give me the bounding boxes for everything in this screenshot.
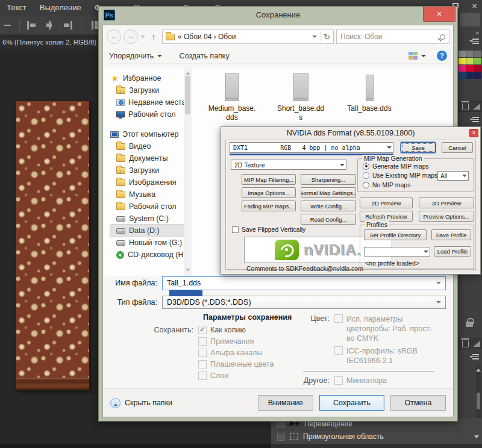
panel-menu-icon[interactable]	[469, 117, 479, 122]
profile-select[interactable]	[364, 247, 430, 257]
3d-preview-button[interactable]: 3D Preview	[419, 198, 474, 208]
swatch[interactable]	[474, 58, 481, 64]
sidebar-item-system-c[interactable]: System (C:)	[110, 213, 184, 225]
save-profile-button[interactable]: Save Profile	[431, 229, 471, 240]
view-mode-dropdown-icon[interactable]	[421, 55, 426, 60]
back-icon[interactable]: ←	[107, 30, 121, 44]
as-copy-checkbox[interactable]	[198, 326, 207, 334]
help-icon[interactable]: ?	[437, 51, 447, 61]
use-existing-mip-maps-radio[interactable]: Use Existing MIP maps	[363, 172, 437, 179]
refresh-preview-button[interactable]: Refresh Preview	[360, 211, 413, 222]
preview-options-button[interactable]: Preview Options...	[419, 211, 474, 222]
sidebar-item-pictures[interactable]: Изображения	[110, 176, 184, 188]
sidebar-group-this-pc[interactable]: Этот компьютер	[110, 128, 184, 140]
swatch[interactable]	[474, 72, 481, 79]
sidebar-item-desktop-folder[interactable]: Рабочий стол	[110, 201, 184, 213]
scroll-up-icon[interactable]	[476, 366, 481, 372]
mip-map-filtering-button[interactable]: MIP Map Filtering...	[242, 174, 296, 185]
generate-mip-maps-radio[interactable]: Generate MIP maps	[363, 163, 429, 170]
sidebar-group-favorites[interactable]: ★ Избранное	[110, 72, 184, 84]
2d-preview-button[interactable]: 2D Preview	[360, 198, 413, 208]
write-config-button[interactable]: Write Config...	[301, 201, 356, 211]
no-mip-maps-radio[interactable]: No MIP maps	[363, 181, 410, 188]
save-button[interactable]: Сохранить	[319, 395, 384, 411]
scroll-up-icon[interactable]	[186, 69, 190, 75]
alpha-channels-checkbox[interactable]	[198, 349, 207, 357]
warning-button[interactable]: Внимание	[258, 395, 313, 411]
sidebar-item-volume-g[interactable]: Новый том (G:)	[110, 237, 184, 249]
thumbnail-checkbox[interactable]	[334, 376, 343, 385]
format-select[interactable]: DXT1 RGB 4 bpp | no alpha	[230, 142, 393, 153]
set-profile-directory-button[interactable]: Set Profile Directory	[364, 229, 427, 240]
sidebar-item-downloads2[interactable]: ↓ Загрузки	[110, 164, 184, 176]
filename-input[interactable]: Tall_1.dds	[162, 276, 446, 290]
swatch[interactable]	[466, 72, 474, 79]
mip-all-select[interactable]: All	[437, 171, 469, 181]
filetype-select[interactable]: D3D/DDS (*.DDS;*.DDS)	[162, 296, 446, 309]
sidebar-item-recent-places[interactable]: Недавние места	[110, 96, 184, 108]
swatch[interactable]	[474, 65, 481, 72]
sidebar-item-documents[interactable]: Документы	[110, 152, 184, 164]
scrollbar-thumb[interactable]	[185, 76, 190, 114]
close-icon[interactable]: ×	[472, 1, 477, 11]
view-mode-icon[interactable]	[408, 52, 418, 60]
swatch[interactable]	[466, 51, 474, 57]
nvidia-close-button[interactable]: ×	[469, 129, 478, 137]
proof-checkbox[interactable]	[334, 314, 343, 323]
sidebar-item-downloads[interactable]: ↓ Загрузки	[110, 84, 184, 96]
sidebar-item-data-d[interactable]: Data (D:)	[110, 225, 184, 237]
panel-menu-icon[interactable]	[469, 39, 479, 44]
dropdown-icon[interactable]	[340, 164, 345, 169]
forward-icon[interactable]: →	[124, 30, 138, 44]
swatch[interactable]	[466, 65, 474, 72]
document-tab[interactable]: 6% (Плинтус копия 2, RGB/8)	[2, 39, 96, 46]
align-bottom-icon[interactable]	[62, 21, 72, 30]
panel-menu-icon[interactable]	[469, 354, 479, 359]
scrollbar-thumb[interactable]	[477, 393, 480, 409]
texture-type-select[interactable]: 2D Texture	[231, 160, 346, 170]
save-dialog-titlebar[interactable]: Ps Сохранение ×	[99, 7, 457, 25]
panel-tab-stub[interactable]	[460, 13, 480, 26]
dialog-close-button[interactable]: ×	[423, 7, 455, 22]
normal-map-settings-button[interactable]: Normal Map Settings...	[301, 187, 356, 198]
breadcrumb[interactable]: « Обои 04 › Обои	[178, 33, 309, 41]
swatch[interactable]	[459, 72, 466, 79]
search-box[interactable]: Поиск: Обои	[336, 30, 449, 44]
action-checkbox[interactable]	[277, 433, 285, 441]
spot-colors-checkbox[interactable]	[198, 360, 207, 369]
resize-grip-icon[interactable]	[473, 104, 480, 110]
swatch[interactable]	[459, 65, 466, 72]
refresh-icon[interactable]: ↻	[324, 33, 330, 42]
address-dropdown-icon[interactable]	[312, 36, 317, 40]
nvidia-cancel-button[interactable]: Cancel	[442, 142, 473, 153]
nvidia-dialog-title[interactable]: NVIDIA dds Format (v8.55.0109.1800)	[221, 127, 480, 139]
sidebar-item-desktop[interactable]: Рабочий стол	[110, 108, 184, 120]
menu-select[interactable]: Выделение	[33, 0, 88, 16]
save-flipped-checkbox[interactable]: Save Flipped Vertically	[232, 226, 305, 233]
image-options-button[interactable]: Image Options...	[242, 187, 296, 198]
organize-dropdown-icon[interactable]	[157, 55, 162, 60]
sidebar-item-music[interactable]: Музыка	[110, 188, 184, 201]
scroll-down-icon[interactable]	[186, 269, 190, 274]
nvidia-save-button[interactable]: Save	[401, 142, 436, 153]
delete-layer-icon[interactable]	[462, 341, 469, 347]
fading-mip-maps-button[interactable]: Fading MIP maps...	[242, 201, 296, 211]
sidebar-item-cd-h[interactable]: CD-дисковод (H:	[110, 249, 184, 261]
new-folder-button[interactable]: Создать папку	[179, 52, 229, 60]
swatch[interactable]	[474, 51, 481, 57]
cancel-button[interactable]: Отмена	[390, 395, 446, 411]
action-row-marquee[interactable]: Прямоугольная область	[271, 431, 482, 443]
swatch[interactable]	[459, 51, 466, 57]
delete-swatch-icon[interactable]	[462, 104, 469, 110]
lock-icon[interactable]	[466, 322, 473, 327]
filename-dropdown-icon[interactable]	[436, 282, 441, 287]
up-one-level-icon[interactable]: ↑	[148, 32, 160, 42]
swatch[interactable]	[459, 58, 466, 64]
resize-grip-icon[interactable]	[473, 341, 480, 347]
sidebar-item-videos[interactable]: Видео	[110, 140, 184, 152]
align-top-icon[interactable]	[27, 21, 37, 30]
scroll-down-icon[interactable]	[474, 435, 479, 441]
menu-text[interactable]: Текст	[0, 0, 33, 16]
layers-checkbox[interactable]	[198, 372, 207, 380]
sharpening-button[interactable]: Sharpening...	[301, 174, 356, 185]
